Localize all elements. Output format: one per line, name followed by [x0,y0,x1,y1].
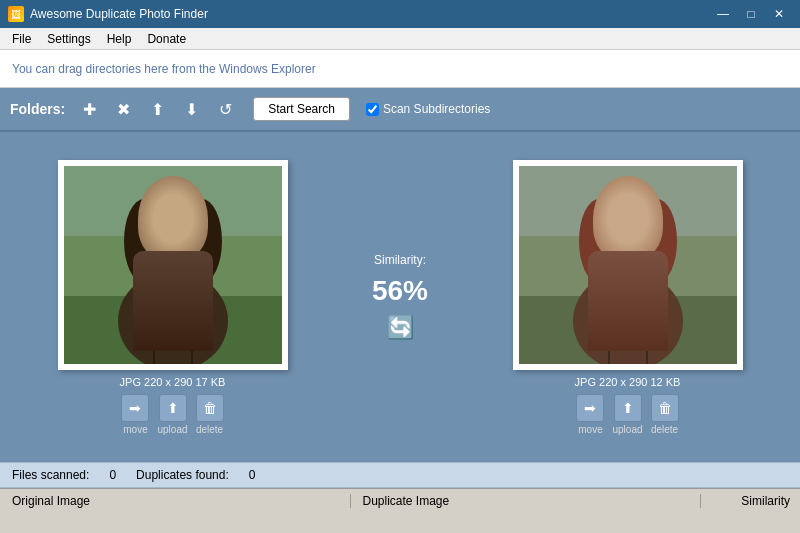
files-scanned-value: 0 [109,468,116,482]
svg-rect-1 [64,166,282,246]
remove-folder-button[interactable]: ✖ [109,95,137,123]
svg-rect-4 [159,261,187,286]
left-image-svg [64,166,282,364]
x-icon: ✖ [117,100,130,119]
left-image-info: JPG 220 x 290 17 KB [120,376,226,388]
svg-point-24 [624,245,632,255]
right-image-svg [519,166,737,364]
svg-rect-16 [519,236,737,296]
duplicates-found-value: 0 [249,468,256,482]
minimize-button[interactable]: — [710,4,736,24]
right-image-actions: ➡ move ⬆ upload 🗑 delete [576,394,678,435]
scan-subdirectories-label: Scan Subdirectories [383,102,490,116]
left-move-label: move [123,424,147,435]
svg-point-7 [182,199,222,283]
right-upload-button[interactable]: ⬆ upload [612,394,642,435]
svg-rect-2 [64,236,282,296]
swap-button[interactable]: 🔄 [387,315,414,341]
right-photo [519,166,737,364]
svg-rect-15 [519,166,737,246]
folders-toolbar: Folders: ✚ ✖ ⬆ ⬇ ↺ Start Search Scan Sub… [0,88,800,132]
scan-subdirectories-checkbox[interactable] [366,103,379,116]
reset-button[interactable]: ↺ [211,95,239,123]
left-upload-button[interactable]: ⬆ upload [157,394,187,435]
svg-point-6 [124,199,164,283]
svg-point-11 [164,257,182,265]
move-up-button[interactable]: ⬆ [143,95,171,123]
svg-point-20 [579,199,619,283]
right-delete-icon[interactable]: 🗑 [651,394,679,422]
right-photo-frame [513,160,743,370]
menu-bar: File Settings Help Donate [0,28,800,50]
column-similarity: Similarity [700,494,800,508]
right-move-icon[interactable]: ➡ [576,394,604,422]
app-title: Awesome Duplicate Photo Finder [30,7,208,21]
right-upload-icon[interactable]: ⬆ [614,394,642,422]
similarity-label: Similarity: [374,253,426,267]
svg-point-5 [137,202,209,290]
menu-file[interactable]: File [4,30,39,48]
svg-point-19 [592,202,664,290]
drag-info-text: You can drag directories here from the W… [12,62,316,76]
column-duplicate-image: Duplicate Image [350,494,701,508]
right-delete-label: delete [651,424,678,435]
main-content: JPG 220 x 290 17 KB ➡ move ⬆ upload 🗑 de… [0,132,800,462]
left-delete-button[interactable]: 🗑 delete [196,394,224,435]
similarity-value: 56% [372,277,428,305]
title-bar-controls[interactable]: — □ ✕ [710,4,792,24]
menu-help[interactable]: Help [99,30,140,48]
left-image-actions: ➡ move ⬆ upload 🗑 delete [121,394,223,435]
svg-point-10 [169,245,177,255]
right-move-button[interactable]: ➡ move [576,394,604,435]
menu-donate[interactable]: Donate [139,30,194,48]
right-image-info: JPG 220 x 290 12 KB [575,376,681,388]
swap-icon: 🔄 [387,315,414,340]
column-original-image: Original Image [0,494,350,508]
duplicates-found-label: Duplicates found: [136,468,229,482]
right-image-panel: JPG 220 x 290 12 KB ➡ move ⬆ upload 🗑 de… [455,132,800,462]
svg-point-25 [619,257,637,265]
left-upload-label: upload [157,424,187,435]
start-search-button[interactable]: Start Search [253,97,350,121]
left-delete-label: delete [196,424,223,435]
down-arrow-icon: ⬇ [185,100,198,119]
left-image-panel: JPG 220 x 290 17 KB ➡ move ⬆ upload 🗑 de… [0,132,345,462]
status-bar: Files scanned: 0 Duplicates found: 0 [0,462,800,488]
right-delete-button[interactable]: 🗑 delete [651,394,679,435]
title-bar-left: 🖼 Awesome Duplicate Photo Finder [8,6,208,22]
files-scanned-label: Files scanned: [12,468,89,482]
svg-point-9 [180,235,190,241]
svg-rect-18 [614,261,642,286]
svg-point-17 [573,271,683,364]
add-folder-button[interactable]: ✚ [75,95,103,123]
app-icon: 🖼 [8,6,24,22]
folders-label: Folders: [10,101,65,117]
svg-point-21 [637,199,677,283]
left-photo-frame [58,160,288,370]
left-upload-icon[interactable]: ⬆ [159,394,187,422]
maximize-button[interactable]: □ [738,4,764,24]
move-down-button[interactable]: ⬇ [177,95,205,123]
svg-point-23 [635,235,645,241]
close-button[interactable]: ✕ [766,4,792,24]
right-move-label: move [578,424,602,435]
up-arrow-icon: ⬆ [151,100,164,119]
left-move-icon[interactable]: ➡ [121,394,149,422]
scan-subdirectories-option: Scan Subdirectories [366,102,490,116]
left-delete-icon[interactable]: 🗑 [196,394,224,422]
drag-info-bar: You can drag directories here from the W… [0,50,800,88]
title-bar: 🖼 Awesome Duplicate Photo Finder — □ ✕ [0,0,800,28]
svg-point-3 [118,271,228,364]
svg-point-22 [611,235,621,241]
left-move-button[interactable]: ➡ move [121,394,149,435]
reset-icon: ↺ [219,100,232,119]
table-header: Original Image Duplicate Image Similarit… [0,488,800,513]
left-photo [64,166,282,364]
right-upload-label: upload [612,424,642,435]
similarity-panel: Similarity: 56% 🔄 [345,132,455,462]
plus-icon: ✚ [83,100,96,119]
svg-point-8 [156,235,166,241]
menu-settings[interactable]: Settings [39,30,98,48]
